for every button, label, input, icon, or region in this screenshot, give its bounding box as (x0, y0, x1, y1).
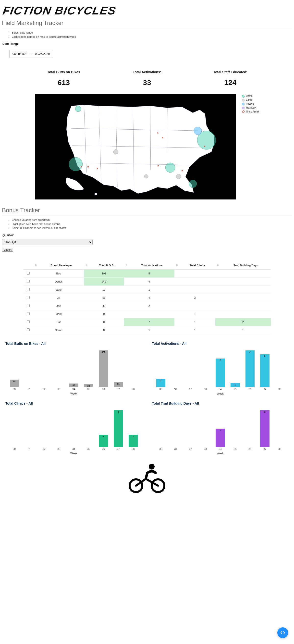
table-cell: Jane (33, 286, 84, 294)
table-header[interactable]: ⇅Total B.O.B. (84, 262, 124, 270)
sort-icon[interactable]: ⇅ (217, 264, 219, 266)
table-cell: 249 (84, 278, 124, 286)
bar: 51 (111, 382, 126, 387)
svg-point-1 (69, 157, 82, 171)
svg-point-6 (189, 180, 197, 188)
x-axis-label: Week (152, 452, 288, 455)
table-cell (124, 310, 174, 318)
hint-item: Select date range (12, 31, 292, 35)
bar: 38 (66, 384, 81, 387)
kpi-value: 33 (115, 78, 179, 87)
chart-card: Total Trail Building Days - All123031323… (152, 402, 288, 454)
table-cell (174, 286, 215, 294)
table-cell (215, 294, 271, 302)
sort-icon[interactable]: ⇅ (86, 264, 88, 266)
table-row[interactable]: Bob1915 (23, 269, 271, 278)
legend-label: Clinic (246, 98, 252, 102)
table-row[interactable]: Pat0712 (23, 318, 271, 326)
sort-icon[interactable]: ⇅ (176, 264, 178, 266)
table-cell: 41 (84, 302, 124, 310)
row-checkbox[interactable] (27, 320, 30, 323)
table-row[interactable]: Jill9343 (23, 294, 271, 302)
bar: 8 (258, 354, 272, 387)
legend-item[interactable]: Festival (242, 102, 259, 106)
table-row[interactable]: Joe412 (23, 302, 271, 310)
table-row[interactable]: Jane101 (23, 286, 271, 294)
chart-title: Total Activations - All (152, 342, 288, 346)
table-cell: 1 (174, 326, 215, 334)
kpi-title: Total Activations: (115, 70, 179, 74)
table-cell: 1 (215, 326, 271, 334)
table-header[interactable]: ⇅Total Clinics (174, 262, 215, 270)
table-cell (23, 302, 33, 310)
bar: 1 (213, 428, 228, 447)
date-range-label: Date Range (2, 42, 292, 46)
x-axis-label: Week (6, 452, 142, 455)
table-cell (215, 302, 271, 310)
kpi-card: Total Staff Educated:124 (198, 70, 262, 87)
table-cell: 1 (174, 310, 215, 318)
section-title-field: Field Marketing Tracker (2, 20, 292, 26)
sort-icon[interactable]: ⇅ (35, 264, 37, 266)
chart-title: Total Trail Building Days - All (152, 402, 288, 405)
row-checkbox[interactable] (27, 312, 30, 315)
sort-icon[interactable]: ⇅ (126, 264, 128, 266)
quarter-select[interactable]: 2020 Q3 (2, 239, 92, 245)
table-header[interactable]: ⇅Trail Building Days (215, 262, 271, 270)
export-button[interactable]: Export (2, 248, 13, 252)
bar: 1 (96, 435, 111, 447)
row-checkbox[interactable] (27, 304, 30, 307)
table-row[interactable]: Derick2494 (23, 278, 271, 286)
chart-card: Total Clinics - All131303132333435363738… (6, 402, 142, 454)
bar: 1 (228, 383, 242, 387)
table-cell (215, 310, 271, 318)
table-cell: Pat (33, 318, 84, 326)
svg-point-2 (194, 127, 202, 135)
bar: 387 (96, 350, 111, 387)
table-header[interactable]: ⇅Brand Developer (33, 262, 84, 270)
table-cell: Joe (33, 302, 84, 310)
table-cell: 1 (124, 286, 174, 294)
activation-map[interactable] (35, 94, 236, 200)
row-checkbox[interactable] (27, 280, 30, 283)
legend-item[interactable]: Trail Day (242, 106, 259, 110)
bar: 29 (81, 384, 96, 387)
date-range-picker[interactable]: 06/28/2020 → 09/26/2020 (9, 50, 53, 58)
table-cell: 4 (124, 278, 174, 286)
legend-label: Festival (246, 102, 254, 106)
table-cell: 0 (84, 326, 124, 334)
table-header[interactable] (23, 262, 33, 270)
table-row[interactable]: Sarah0111 (23, 326, 271, 334)
table-cell (215, 269, 271, 278)
table-cell: 1 (124, 326, 174, 334)
charts-grid: Total Butts on Bikes - All79382938751303… (6, 342, 288, 454)
table-cell: 10 (84, 286, 124, 294)
table-cell: 5 (124, 269, 174, 278)
row-checkbox[interactable] (27, 272, 30, 275)
row-checkbox[interactable] (27, 288, 30, 291)
legend-item[interactable]: Demo (242, 94, 259, 98)
map-legend[interactable]: DemoClinicFestivalTrail DayShop Assist (242, 94, 259, 200)
legend-item[interactable]: Clinic (242, 98, 259, 102)
legend-label: Demo (246, 94, 252, 98)
table-row[interactable]: Mark01 (23, 310, 271, 318)
kpi-value: 613 (32, 78, 96, 87)
table-cell (23, 286, 33, 294)
kpi-title: Total Butts on Bikes (32, 70, 96, 74)
bonus-table: ⇅Brand Developer⇅Total B.O.B.⇅Total Acti… (23, 262, 271, 334)
table-header[interactable]: ⇅Total Activations (124, 262, 174, 270)
divider (2, 215, 292, 216)
svg-point-4 (166, 163, 175, 172)
kpi-row: Total Butts on Bikes613Total Activations… (2, 70, 292, 87)
legend-item[interactable]: Shop Assist (242, 110, 259, 114)
svg-point-8 (144, 174, 148, 178)
table-cell (23, 269, 33, 278)
row-checkbox[interactable] (27, 328, 30, 331)
table-cell: 0 (84, 310, 124, 318)
table-cell: 7 (124, 318, 174, 326)
row-checkbox[interactable] (27, 296, 30, 299)
legend-label: Shop Assist (246, 110, 259, 114)
chart-card: Total Activations - All27198303132333435… (152, 342, 288, 394)
chart-card: Total Butts on Bikes - All79382938751303… (6, 342, 142, 394)
table-cell: 3 (174, 294, 215, 302)
